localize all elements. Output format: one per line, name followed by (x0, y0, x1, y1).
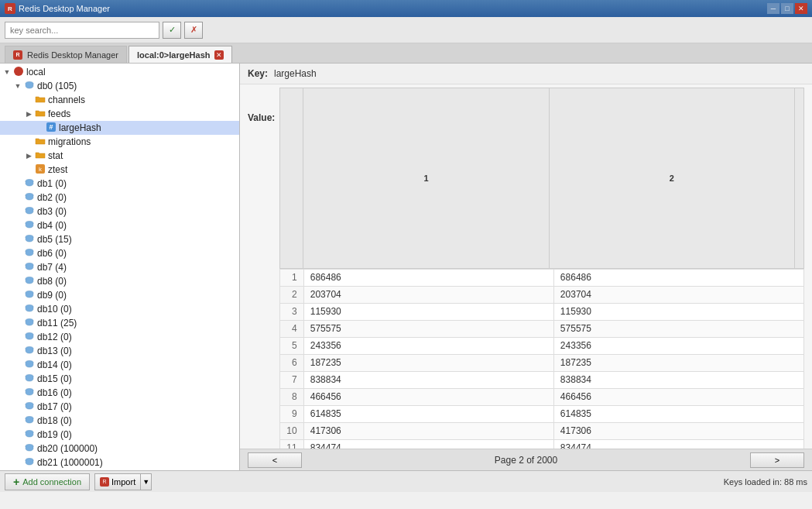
db-icon (24, 262, 35, 273)
db-icon (24, 387, 35, 398)
tree-item-label: db19 (0) (37, 429, 72, 440)
scroll-header (795, 88, 804, 269)
minimize-button[interactable]: ─ (767, 3, 779, 14)
tree-item[interactable]: db16 (0) (0, 386, 239, 400)
table-row[interactable]: 2203704203704 (280, 286, 804, 303)
tree-item[interactable]: db7 (4) (0, 260, 239, 274)
tab-bar: R Redis Desktop Manager local:0>largeHas… (0, 43, 812, 64)
table-row[interactable]: 4575575575575 (280, 320, 804, 337)
row-number: 6 (280, 354, 303, 371)
add-connection-label: Add connection (22, 477, 81, 487)
next-page-button[interactable]: > (750, 452, 804, 468)
table-row[interactable]: 10417306417306 (280, 422, 804, 439)
tree-item[interactable]: db22 (0) (0, 469, 239, 470)
add-connection-button[interactable]: + Add connection (5, 473, 90, 490)
db-icon (24, 429, 35, 440)
tree-item-label: db5 (15) (37, 234, 72, 245)
row-col2: 115930 (553, 303, 803, 320)
table-row[interactable]: 8466456466456 (280, 388, 804, 405)
tree-item[interactable]: db20 (100000) (0, 442, 239, 456)
tree-item[interactable]: db3 (0) (0, 205, 239, 218)
tree-item-label: db12 (0) (37, 332, 72, 342)
db-icon (24, 359, 35, 370)
table-row[interactable]: 3115930115930 (280, 303, 804, 320)
data-table: 1 2 (279, 88, 804, 269)
tree-item-label: stat (48, 150, 63, 161)
tree-item[interactable]: db10 (0) (0, 302, 239, 316)
tree-item-label: db21 (1000001) (37, 457, 103, 468)
row-number: 11 (280, 439, 303, 449)
tree-item[interactable]: ▶feeds (0, 107, 239, 121)
import-dropdown-button[interactable]: ▼ (141, 473, 152, 490)
tab-main[interactable]: R Redis Desktop Manager (5, 46, 127, 63)
tree-item[interactable]: ▶stat (0, 149, 239, 163)
db-icon (24, 318, 35, 328)
db-icon (24, 178, 35, 189)
table-row[interactable]: 5243356243356 (280, 337, 804, 354)
search-input[interactable] (5, 22, 159, 39)
title-bar-title: Redis Desktop Manager (19, 4, 110, 13)
tab-largehash-label: local:0>largeHash (137, 50, 210, 60)
tree-item[interactable]: db12 (0) (0, 330, 239, 344)
tab-close-button[interactable]: ✕ (214, 50, 224, 60)
tree-container[interactable]: ▼local▼db0 (105)channels▶feeds#largeHash… (0, 64, 239, 470)
prev-page-button[interactable]: < (248, 452, 302, 468)
tree-item[interactable]: db18 (0) (0, 414, 239, 428)
row-col1: 187235 (303, 354, 553, 371)
row-col1: 834474 (303, 439, 553, 449)
tree-item-label: db9 (0) (37, 290, 67, 301)
tree-item[interactable]: db1 (0) (0, 177, 239, 191)
tree-item[interactable]: ▼db0 (105) (0, 79, 239, 93)
folder-icon (35, 108, 46, 120)
tree-item[interactable]: db21 (1000001) (0, 456, 239, 469)
tree-item[interactable]: db14 (0) (0, 358, 239, 372)
table-wrapper: Value: 1 2 (240, 84, 812, 449)
key-name: largeHash (274, 68, 317, 79)
tree-item[interactable]: db6 (0) (0, 246, 239, 260)
table-row[interactable]: 6187235187235 (280, 354, 804, 371)
tree-item[interactable]: db8 (0) (0, 274, 239, 288)
row-col1: 243356 (303, 337, 553, 354)
tree-item-label: db2 (0) (37, 192, 67, 203)
db-icon (24, 81, 35, 91)
db-icon (24, 276, 35, 287)
row-number: 4 (280, 320, 303, 337)
tree-item[interactable]: db19 (0) (0, 428, 239, 442)
tree-item[interactable]: db15 (0) (0, 372, 239, 386)
table-row[interactable]: 1686486686486 (280, 269, 804, 286)
row-number: 1 (280, 269, 303, 286)
cancel-button[interactable]: ✗ (184, 22, 203, 39)
tree-item[interactable]: db17 (0) (0, 400, 239, 414)
svg-text:#: # (49, 123, 53, 131)
tree-item-label: db14 (0) (37, 359, 72, 370)
tree-item[interactable]: db2 (0) (0, 191, 239, 205)
tab-largehash[interactable]: local:0>largeHash ✕ (128, 46, 232, 63)
tree-item[interactable]: #largeHash (0, 121, 239, 135)
import-button[interactable]: R Import (94, 473, 141, 490)
table-row[interactable]: 11834474834474 (280, 439, 804, 449)
tree-item[interactable]: db4 (0) (0, 218, 239, 232)
confirm-button[interactable]: ✓ (163, 22, 181, 39)
tree-item[interactable]: db13 (0) (0, 344, 239, 358)
tree-item[interactable]: db11 (25) (0, 316, 239, 330)
row-col2: 834474 (553, 439, 803, 449)
tree-item[interactable]: db9 (0) (0, 288, 239, 302)
tree-item[interactable]: db5 (15) (0, 232, 239, 246)
tree-item-label: largeHash (59, 122, 101, 133)
db-icon (24, 401, 35, 412)
page-info: Page 2 of 2000 (495, 455, 557, 466)
tree-arrow: ▼ (14, 82, 22, 90)
row-col2: 187235 (553, 354, 803, 371)
maximize-button[interactable]: □ (781, 3, 793, 14)
row-col2: 838834 (553, 371, 803, 388)
table-row[interactable]: 9614835614835 (280, 405, 804, 422)
row-col1: 115930 (303, 303, 553, 320)
tree-item[interactable]: kztest (0, 163, 239, 177)
tree-item[interactable]: ▼local (0, 65, 239, 79)
tree-item[interactable]: migrations (0, 135, 239, 149)
db-icon (24, 415, 35, 426)
tree-item[interactable]: channels (0, 93, 239, 107)
close-button[interactable]: ✕ (795, 3, 807, 14)
table-row[interactable]: 7838834838834 (280, 371, 804, 388)
table-scroll-area[interactable]: 1686486686486220370420370431159301159304… (279, 269, 804, 449)
